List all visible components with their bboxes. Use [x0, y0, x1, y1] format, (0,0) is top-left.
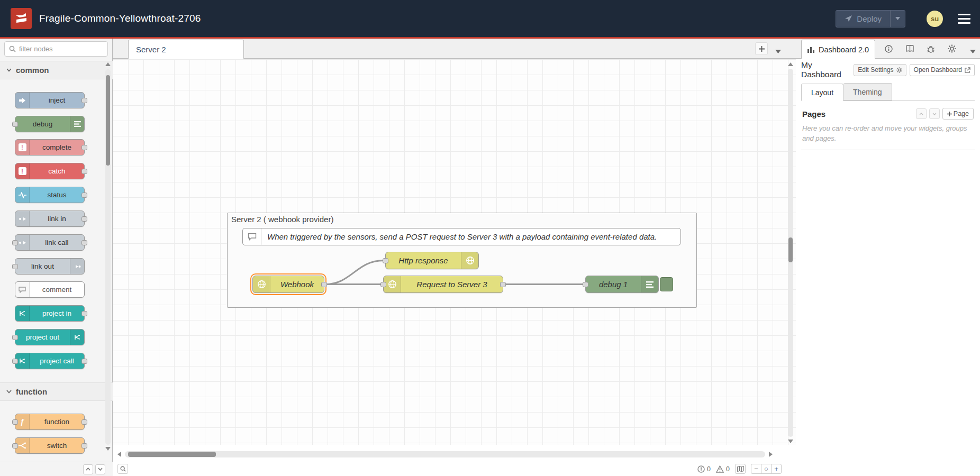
palette-category-function[interactable]: function — [0, 382, 113, 401]
scroll-left-arrow[interactable] — [117, 452, 121, 457]
output-port[interactable] — [500, 282, 506, 287]
palette-scroll-down-arrow[interactable] — [105, 447, 111, 451]
input-port[interactable] — [12, 359, 18, 364]
output-port[interactable] — [81, 311, 87, 316]
palette-filter-box[interactable] — [4, 41, 108, 57]
flow-list-button[interactable] — [775, 46, 781, 56]
workspace-tab-label: Server 2 — [136, 45, 166, 54]
palette-node-function[interactable]: f function — [15, 414, 85, 430]
scroll-down-arrow[interactable] — [788, 440, 793, 443]
canvas-node-comment[interactable]: When triggered by the sensors, send a PO… — [242, 228, 681, 245]
input-port[interactable] — [583, 282, 588, 287]
input-port[interactable] — [12, 419, 18, 425]
scroll-right-arrow[interactable] — [769, 452, 773, 457]
palette-node-status[interactable]: status — [15, 187, 85, 203]
palette-node-inject[interactable]: inject — [15, 92, 85, 108]
palette-filter-input[interactable] — [19, 45, 93, 53]
palette-footer — [0, 462, 113, 476]
output-port[interactable] — [321, 282, 327, 287]
output-port[interactable] — [81, 145, 87, 150]
workspace-tab-server2[interactable]: Server 2 — [128, 40, 244, 59]
input-port[interactable] — [12, 264, 18, 269]
debug-tab-button[interactable] — [923, 41, 938, 56]
move-page-up-button[interactable] — [916, 108, 927, 119]
output-port[interactable] — [81, 240, 87, 245]
search-flows-button[interactable] — [117, 464, 128, 474]
palette-node-debug[interactable]: debug — [15, 116, 85, 132]
scroll-up-arrow[interactable] — [788, 62, 793, 66]
add-flow-button[interactable] — [755, 42, 768, 55]
sidebar-tab-dashboard[interactable]: Dashboard 2.0 — [801, 40, 875, 59]
pages-heading: Pages — [802, 109, 913, 118]
palette-node-complete[interactable]: ! complete — [15, 139, 85, 155]
sidebar-options-button[interactable] — [970, 46, 976, 56]
input-port[interactable] — [12, 240, 18, 245]
palette-node-project-call[interactable]: project call — [15, 353, 85, 369]
palette-node-link-in[interactable]: link in — [15, 210, 85, 227]
output-port[interactable] — [81, 359, 87, 364]
input-port[interactable] — [380, 282, 386, 287]
main-menu-button[interactable] — [958, 14, 970, 24]
output-port[interactable] — [81, 169, 87, 174]
app-title: Fragile-Common-Yellowthroat-2706 — [39, 13, 201, 24]
palette-scrollbar-thumb[interactable] — [106, 75, 110, 166]
zoom-reset-button[interactable]: ○ — [761, 464, 772, 474]
palette-category-common[interactable]: common — [0, 61, 113, 79]
hscrollbar-thumb[interactable] — [128, 452, 216, 457]
canvas-node-debug1[interactable]: debug 1 — [585, 276, 659, 293]
palette-scrollbar[interactable] — [105, 69, 111, 445]
help-tab-button[interactable] — [902, 41, 917, 56]
canvas-node-webhook[interactable]: Webhook — [252, 276, 324, 293]
palette-node-switch[interactable]: switch — [15, 437, 85, 454]
input-port[interactable] — [12, 122, 18, 127]
navigator-toggle-button[interactable] — [735, 464, 746, 474]
comment-bubble-icon — [243, 228, 262, 245]
canvas-node-http-response[interactable]: Http response — [385, 252, 479, 269]
vscrollbar-thumb[interactable] — [788, 237, 793, 262]
output-port[interactable] — [81, 193, 87, 198]
canvas-vertical-scrollbar[interactable] — [787, 62, 794, 443]
debug-enable-toggle[interactable] — [660, 277, 673, 291]
tab-theming[interactable]: Theming — [843, 83, 892, 100]
exclamation-icon: ! — [15, 163, 30, 179]
output-port[interactable] — [81, 98, 87, 103]
tab-layout[interactable]: Layout — [801, 84, 843, 101]
link-arrow-icon — [70, 259, 84, 274]
deploy-button-group: Deploy — [836, 10, 905, 28]
palette-node-project-out[interactable]: project out — [15, 329, 85, 345]
canvas-horizontal-scrollbar[interactable] — [117, 451, 773, 458]
input-port[interactable] — [12, 335, 18, 340]
info-tab-button[interactable] — [881, 41, 896, 56]
error-count-icon — [697, 465, 705, 473]
add-page-button[interactable]: Page — [942, 108, 974, 120]
palette-node-comment[interactable]: comment — [15, 281, 85, 298]
palette-scroll-up-arrow[interactable] — [105, 62, 111, 66]
config-tab-button[interactable] — [945, 41, 959, 56]
expand-categories-button[interactable] — [95, 464, 105, 474]
palette-node-link-out[interactable]: link out — [15, 258, 85, 274]
deploy-button[interactable]: Deploy — [836, 11, 890, 27]
deploy-options-button[interactable] — [890, 11, 905, 27]
user-avatar[interactable]: su — [927, 11, 943, 27]
canvas-node-request-to-server3[interactable]: Request to Server 3 — [383, 276, 503, 293]
output-port[interactable] — [81, 419, 87, 425]
palette-node-project-in[interactable]: project in — [15, 305, 85, 322]
output-port[interactable] — [81, 443, 87, 448]
palette-node-link-call[interactable]: link call — [15, 234, 85, 251]
chevron-up-icon — [86, 468, 90, 471]
input-port[interactable] — [383, 258, 388, 263]
gear-icon — [948, 44, 956, 53]
move-page-down-button[interactable] — [929, 108, 940, 119]
warning-count: 0 — [726, 465, 730, 473]
input-port[interactable] — [12, 443, 18, 448]
collapse-categories-button[interactable] — [83, 464, 93, 474]
zoom-in-button[interactable]: + — [771, 464, 782, 474]
header-right: Deploy su — [836, 10, 970, 28]
palette-node-catch[interactable]: ! catch — [15, 163, 85, 179]
zoom-out-button[interactable]: − — [751, 464, 761, 474]
edit-settings-button[interactable]: Edit Settings — [854, 64, 906, 76]
category-label: function — [16, 387, 47, 396]
debug-list-icon — [70, 116, 84, 132]
output-port[interactable] — [81, 216, 87, 222]
open-dashboard-button[interactable]: Open Dashboard — [910, 64, 975, 76]
